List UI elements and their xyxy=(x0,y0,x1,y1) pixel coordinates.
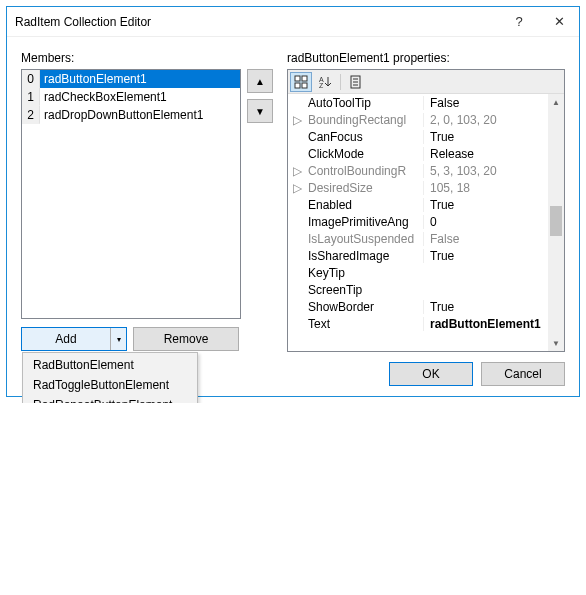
property-grid-body: AutoToolTipFalse▷BoundingRectangl2, 0, 1… xyxy=(288,94,564,351)
members-label: Members: xyxy=(21,51,273,65)
property-value[interactable]: True xyxy=(423,249,548,263)
property-name: BoundingRectangl xyxy=(306,113,423,127)
members-item-index: 1 xyxy=(22,88,40,106)
add-button[interactable]: Add ▾ RadButtonElementRadToggleButtonEle… xyxy=(21,327,127,351)
add-dropdown-menu[interactable]: RadButtonElementRadToggleButtonElementRa… xyxy=(22,352,198,403)
add-dropdown-item[interactable]: RadRepeatButtonElement xyxy=(23,395,197,403)
property-value[interactable]: radButtonElement1 xyxy=(423,317,548,331)
scroll-up[interactable]: ▲ xyxy=(548,94,564,110)
property-row[interactable]: AutoToolTipFalse xyxy=(288,94,548,111)
remove-button[interactable]: Remove xyxy=(133,327,239,351)
ok-button[interactable]: OK xyxy=(389,362,473,386)
property-value[interactable]: True xyxy=(423,300,548,314)
property-name: ShowBorder xyxy=(306,300,423,314)
members-list-item[interactable]: 0radButtonElement1 xyxy=(22,70,240,88)
property-name: IsSharedImage xyxy=(306,249,423,263)
property-row[interactable]: ▷ControlBoundingR5, 3, 103, 20 xyxy=(288,162,548,179)
dialog-window: RadItem Collection Editor ? ✕ Members: 0… xyxy=(6,6,580,397)
properties-panel: radButtonElement1 properties: AZ xyxy=(287,51,565,386)
property-row[interactable]: ▷BoundingRectangl2, 0, 103, 20 xyxy=(288,111,548,128)
add-button-label: Add xyxy=(22,328,110,350)
scroll-thumb[interactable] xyxy=(550,206,562,236)
property-row[interactable]: CanFocusTrue xyxy=(288,128,548,145)
members-item-index: 0 xyxy=(22,70,40,88)
members-item-index: 2 xyxy=(22,106,40,124)
property-value[interactable]: True xyxy=(423,198,548,212)
property-row[interactable]: ShowBorderTrue xyxy=(288,298,548,315)
svg-rect-3 xyxy=(302,83,307,88)
property-value[interactable]: 5, 3, 103, 20 xyxy=(423,164,548,178)
help-button[interactable]: ? xyxy=(499,7,539,37)
svg-rect-2 xyxy=(295,83,300,88)
property-value[interactable]: False xyxy=(423,232,548,246)
property-name: ImagePrimitiveAng xyxy=(306,215,423,229)
property-value[interactable]: False xyxy=(423,96,548,110)
move-down-button[interactable]: ▼ xyxy=(247,99,273,123)
dialog-buttons: OK Cancel xyxy=(287,362,565,386)
add-dropdown-item[interactable]: RadToggleButtonElement xyxy=(23,375,197,395)
property-scrollbar[interactable]: ▲ ▼ xyxy=(548,94,564,351)
member-buttons: Add ▾ RadButtonElementRadToggleButtonEle… xyxy=(21,327,273,351)
add-button-dropdown[interactable]: ▾ xyxy=(110,328,126,350)
expander-icon[interactable]: ▷ xyxy=(288,164,306,178)
property-value[interactable]: 105, 18 xyxy=(423,181,548,195)
toolbar-separator xyxy=(340,74,341,90)
property-name: KeyTip xyxy=(306,266,423,280)
add-dropdown-item[interactable]: RadButtonElement xyxy=(23,355,197,375)
property-grid: AZ AutoToolTipFalse▷BoundingRectangl2, 0… xyxy=(287,69,565,352)
property-name: ClickMode xyxy=(306,147,423,161)
reorder-buttons: ▲ ▼ xyxy=(247,69,273,319)
property-value[interactable]: 2, 0, 103, 20 xyxy=(423,113,548,127)
property-name: Enabled xyxy=(306,198,423,212)
cancel-button[interactable]: Cancel xyxy=(481,362,565,386)
property-row[interactable]: ▷DesiredSize105, 18 xyxy=(288,179,548,196)
property-name: ControlBoundingR xyxy=(306,164,423,178)
property-row[interactable]: EnabledTrue xyxy=(288,196,548,213)
property-row[interactable]: TextradButtonElement1 xyxy=(288,315,548,332)
svg-rect-1 xyxy=(302,76,307,81)
members-item-label: radDropDownButtonElement1 xyxy=(40,106,240,124)
property-name: ScreenTip xyxy=(306,283,423,297)
scroll-down[interactable]: ▼ xyxy=(548,335,564,351)
properties-label: radButtonElement1 properties: xyxy=(287,51,565,65)
members-list[interactable]: 0radButtonElement11radCheckBoxElement12r… xyxy=(21,69,241,319)
alphabetical-button[interactable]: AZ xyxy=(314,72,336,92)
property-rows[interactable]: AutoToolTipFalse▷BoundingRectangl2, 0, 1… xyxy=(288,94,548,351)
members-panel: Members: 0radButtonElement11radCheckBoxE… xyxy=(21,51,273,386)
property-name: AutoToolTip xyxy=(306,96,423,110)
members-list-item[interactable]: 1radCheckBoxElement1 xyxy=(22,88,240,106)
close-button[interactable]: ✕ xyxy=(539,7,579,37)
property-name: CanFocus xyxy=(306,130,423,144)
property-row[interactable]: KeyTip xyxy=(288,264,548,281)
property-row[interactable]: IsLayoutSuspendedFalse xyxy=(288,230,548,247)
window-title: RadItem Collection Editor xyxy=(7,15,499,29)
members-item-label: radCheckBoxElement1 xyxy=(40,88,240,106)
property-value[interactable]: True xyxy=(423,130,548,144)
property-name: Text xyxy=(306,317,423,331)
titlebar: RadItem Collection Editor ? ✕ xyxy=(7,7,579,37)
content-area: Members: 0radButtonElement11radCheckBoxE… xyxy=(7,37,579,396)
properties-page-button[interactable] xyxy=(345,72,367,92)
property-name: DesiredSize xyxy=(306,181,423,195)
property-value[interactable]: Release xyxy=(423,147,548,161)
categorized-button[interactable] xyxy=(290,72,312,92)
property-name: IsLayoutSuspended xyxy=(306,232,423,246)
svg-text:Z: Z xyxy=(319,82,324,89)
property-row[interactable]: ScreenTip xyxy=(288,281,548,298)
expander-icon[interactable]: ▷ xyxy=(288,181,306,195)
members-item-label: radButtonElement1 xyxy=(40,70,240,88)
move-up-button[interactable]: ▲ xyxy=(247,69,273,93)
property-row[interactable]: IsSharedImageTrue xyxy=(288,247,548,264)
property-row[interactable]: ClickModeRelease xyxy=(288,145,548,162)
property-toolbar: AZ xyxy=(288,70,564,94)
members-list-item[interactable]: 2radDropDownButtonElement1 xyxy=(22,106,240,124)
property-row[interactable]: ImagePrimitiveAng0 xyxy=(288,213,548,230)
property-value[interactable]: 0 xyxy=(423,215,548,229)
expander-icon[interactable]: ▷ xyxy=(288,113,306,127)
svg-rect-0 xyxy=(295,76,300,81)
